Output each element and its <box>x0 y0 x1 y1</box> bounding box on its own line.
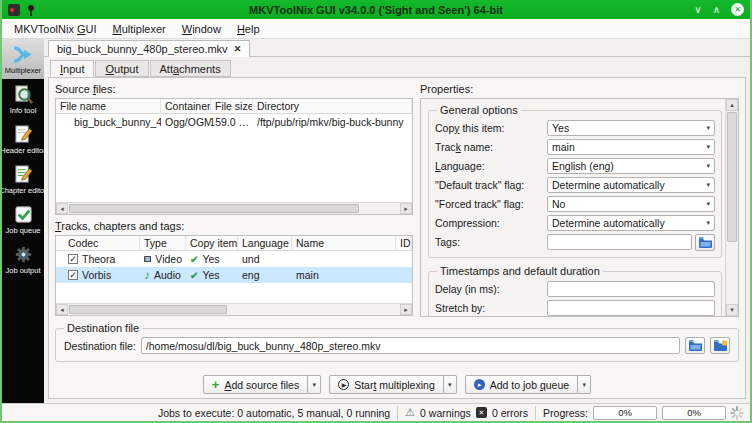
source-file-row[interactable]: big_buck_bunny_480p_… Ogg/OGM 159.0 … /f… <box>56 114 412 130</box>
plus-icon: + <box>212 379 220 391</box>
language-label: Language: <box>435 160 547 172</box>
minimize-button[interactable]: ∨ <box>694 5 701 15</box>
chevron-down-icon: ▾ <box>702 124 710 132</box>
sidebar-item-chapter-editor[interactable]: Chapter editor <box>2 159 44 199</box>
tab-close-icon[interactable]: ✕ <box>234 44 242 54</box>
source-files-hscrollbar[interactable]: ◂ ▸ <box>56 202 412 214</box>
track-checkbox[interactable]: ✓ <box>68 270 78 280</box>
folder-badge-icon <box>714 340 727 351</box>
file-tab[interactable]: big_buck_bunny_480p_stereo.mkv ✕ <box>48 40 250 57</box>
destination-group: Destination file Destination file: <box>55 322 739 362</box>
compression-select[interactable]: Determine automatically ▾ <box>547 215 715 231</box>
multiplexer-icon <box>11 44 35 65</box>
stretch-by-input[interactable] <box>547 300 715 316</box>
track-checkbox[interactable]: ✓ <box>68 254 78 264</box>
menu-help[interactable]: Help <box>229 21 268 37</box>
copy-item-check-icon: ✔ <box>190 270 198 281</box>
sidebar-item-job-queue[interactable]: Job queue <box>2 199 44 239</box>
sidebar-item-job-output[interactable]: Job output <box>2 239 44 279</box>
track-row-theora[interactable]: ✓ Theora Video <box>56 251 412 267</box>
forced-track-flag-label: "Forced track" flag: <box>435 198 547 210</box>
delay-label: Delay (in ms): <box>435 283 547 295</box>
file-tab-label: big_buck_bunny_480p_stereo.mkv <box>57 43 228 55</box>
destination-file-label: Destination file: <box>64 340 136 352</box>
forced-track-flag-select[interactable]: No ▾ <box>547 196 715 212</box>
input-output-tabs: Input Output Attachments <box>48 60 746 77</box>
spinner-icon <box>730 406 744 420</box>
default-track-flag-label: "Default track" flag: <box>435 179 547 191</box>
jobs-status: Jobs to execute: 0 automatic, 5 manual, … <box>158 407 390 419</box>
menu-mkvtoolnix-gui[interactable]: MKVToolNix GUI <box>6 21 105 37</box>
sidebar: Multiplexer Info tool Header editor <box>2 39 44 403</box>
copy-item-check-icon: ✔ <box>190 254 198 265</box>
menu-window[interactable]: Window <box>174 21 229 37</box>
tags-label: Tags: <box>435 236 547 248</box>
add-to-job-queue-button[interactable]: ► Add to job queue <box>465 375 578 394</box>
browse-tags-button[interactable] <box>695 234 715 251</box>
sidebar-item-multiplexer[interactable]: Multiplexer <box>2 39 44 79</box>
sidebar-item-info-tool[interactable]: Info tool <box>2 79 44 119</box>
tracks-hscrollbar[interactable]: ◂ ▸ <box>56 303 412 315</box>
scroll-left-icon[interactable]: ◂ <box>56 304 68 315</box>
warning-icon: ⚠ <box>405 407 415 418</box>
progress-bar-total: 0% <box>662 406 726 420</box>
statusbar: Jobs to execute: 0 automatic, 5 manual, … <box>2 403 750 421</box>
tracks-table[interactable]: Codec Type Copy item Language Name ID <box>55 235 413 316</box>
sidebar-item-header-editor[interactable]: Header editor <box>2 119 44 159</box>
errors-icon: ✕ <box>476 407 487 418</box>
destination-options-button[interactable] <box>710 337 730 354</box>
scroll-right-icon[interactable]: ▸ <box>400 203 412 214</box>
scroll-down-icon[interactable]: ▾ <box>726 304 738 316</box>
browse-destination-button[interactable] <box>685 337 705 354</box>
job-queue-icon <box>13 204 34 225</box>
info-tool-icon <box>13 84 34 105</box>
properties-vscrollbar[interactable]: ▴ ▾ <box>725 99 738 316</box>
scrollbar-thumb[interactable] <box>69 204 359 213</box>
chevron-down-icon: ▾ <box>702 181 710 189</box>
pin-icon[interactable] <box>26 4 36 16</box>
tags-input[interactable] <box>547 234 692 250</box>
add-source-files-dropdown[interactable]: ▾ <box>308 375 321 394</box>
window-title: MKVToolNix GUI v34.0.0 ('Sight and Seen'… <box>2 4 750 16</box>
scrollbar-thumb[interactable] <box>727 112 737 242</box>
video-track-icon <box>144 254 151 264</box>
chevron-down-icon: ▾ <box>702 162 710 170</box>
delay-input[interactable] <box>547 281 715 297</box>
audio-track-icon: ♪ <box>144 270 150 280</box>
properties-panel: General options Copy this item: Yes ▾ <box>420 98 739 317</box>
language-select[interactable]: English (eng) ▾ <box>547 158 715 174</box>
start-multiplexing-button[interactable]: ▶ Start multiplexing <box>329 375 444 394</box>
maximize-button[interactable]: ∧ <box>713 5 720 15</box>
scroll-left-icon[interactable]: ◂ <box>56 203 68 214</box>
play-icon: ▶ <box>338 379 349 390</box>
source-files-table[interactable]: File name Container File size Directory <box>55 98 413 215</box>
track-row-vorbis[interactable]: ✓ Vorbis ♪ Audio ✔ <box>56 267 412 283</box>
chevron-down-icon: ▾ <box>702 143 710 151</box>
track-name-combobox[interactable]: main ▾ <box>547 139 715 155</box>
properties-label: Properties: <box>420 83 739 98</box>
job-output-icon <box>13 244 34 265</box>
general-options-group: General options Copy this item: Yes ▾ <box>428 104 722 258</box>
copy-this-item-select[interactable]: Yes ▾ <box>547 120 715 136</box>
warnings-count: 0 warnings <box>420 407 471 419</box>
tab-output[interactable]: Output <box>95 60 148 77</box>
add-source-files-button[interactable]: + Add source files <box>203 375 308 394</box>
destination-file-input[interactable] <box>141 337 680 354</box>
tracks-header: Codec Type Copy item Language Name ID <box>56 236 412 251</box>
scroll-up-icon[interactable]: ▴ <box>726 99 738 111</box>
default-track-flag-select[interactable]: Determine automatically ▾ <box>547 177 715 193</box>
chevron-down-icon: ▾ <box>702 200 710 208</box>
add-to-job-queue-dropdown[interactable]: ▾ <box>578 375 591 394</box>
chevron-down-icon: ▾ <box>702 219 710 227</box>
action-buttons: + Add source files ▾ ▶ Start multiplexin… <box>55 375 739 394</box>
file-tab-bar: big_buck_bunny_480p_stereo.mkv ✕ <box>44 39 750 57</box>
folder-icon <box>689 340 702 351</box>
close-button[interactable]: ✕ <box>731 3 744 16</box>
scrollbar-thumb[interactable] <box>69 305 227 314</box>
menu-multiplexer[interactable]: Multiplexer <box>105 21 174 37</box>
tracks-label: Tracks, chapters and tags: <box>55 220 413 235</box>
tab-attachments[interactable]: Attachments <box>150 60 231 77</box>
scroll-right-icon[interactable]: ▸ <box>400 304 412 315</box>
tab-input[interactable]: Input <box>50 60 94 77</box>
start-multiplexing-dropdown[interactable]: ▾ <box>444 375 457 394</box>
